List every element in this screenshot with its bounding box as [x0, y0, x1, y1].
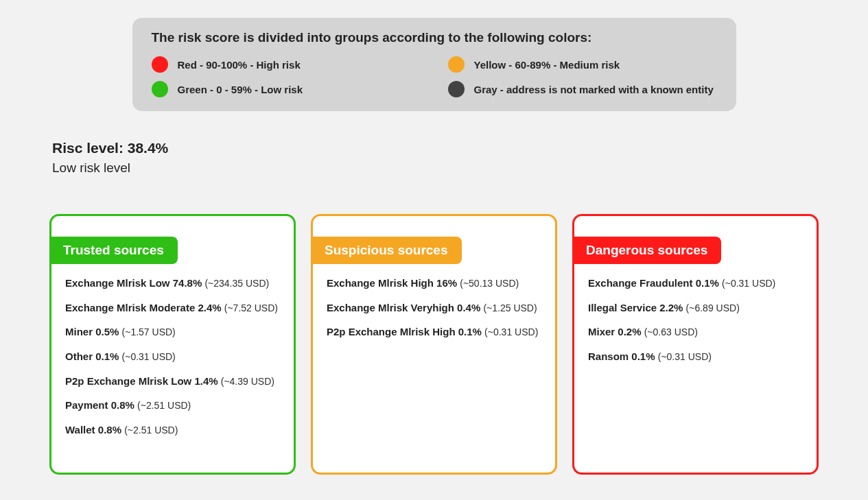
- card-title: Suspicious sources: [311, 237, 462, 264]
- source-item-main: Exchange Mlrisk High 16%: [327, 277, 457, 289]
- source-item-main: Exchange Mlrisk Low 74.8%: [65, 277, 202, 289]
- source-card: Suspicious sourcesExchange Mlrisk High 1…: [311, 214, 557, 475]
- risk-label: Low risk level: [52, 160, 819, 176]
- legend-grid: Red - 90-100% - High riskYellow - 60-89%…: [152, 56, 717, 97]
- source-item: Exchange Mlrisk Moderate 2.4% (~7.52 USD…: [65, 300, 280, 316]
- source-item: Exchange Fraudulent 0.1% (~0.31 USD): [588, 275, 803, 291]
- source-item-main: Mixer 0.2%: [588, 326, 642, 337]
- legend-item-text: Red - 90-100% - High risk: [178, 59, 301, 71]
- source-item: Miner 0.5% (~1.57 USD): [65, 324, 280, 340]
- source-item-main: Wallet 0.8%: [65, 424, 121, 436]
- source-item: Wallet 0.8% (~2.51 USD): [65, 422, 280, 438]
- source-item: Illegal Service 2.2% (~6.89 USD): [588, 300, 803, 316]
- source-item-usd: (~7.52 USD): [224, 302, 278, 313]
- source-item-main: Other 0.1%: [65, 350, 119, 362]
- card-body: Exchange Mlrisk Low 74.8% (~234.35 USD)E…: [65, 275, 280, 438]
- legend-item: Green - 0 - 59% - Low risk: [152, 81, 421, 97]
- risk-block: Risc level: 38.4% Low risk level: [52, 140, 819, 176]
- color-swatch-icon: [448, 56, 465, 73]
- legend-item: Gray - address is not marked with a know…: [448, 81, 717, 97]
- source-item-usd: (~1.57 USD): [122, 326, 176, 337]
- source-item-usd: (~50.13 USD): [460, 278, 519, 289]
- legend-item: Yellow - 60-89% - Medium risk: [448, 56, 717, 73]
- source-item-main: P2p Exchange Mlrisk Low 1.4%: [65, 375, 218, 387]
- color-swatch-icon: [448, 81, 465, 97]
- source-item: Exchange Mlrisk Low 74.8% (~234.35 USD): [65, 275, 280, 291]
- color-swatch-icon: [152, 81, 168, 97]
- source-item-usd: (~234.35 USD): [204, 278, 269, 289]
- source-item: Payment 0.8% (~2.51 USD): [65, 397, 280, 414]
- source-item-usd: (~0.63 USD): [644, 326, 698, 337]
- source-item-usd: (~0.31 USD): [122, 351, 176, 362]
- card-body: Exchange Fraudulent 0.1% (~0.31 USD)Ille…: [588, 275, 803, 365]
- source-item-usd: (~2.51 USD): [124, 425, 178, 436]
- source-item: Exchange Mlrisk Veryhigh 0.4% (~1.25 USD…: [327, 300, 541, 316]
- card-body: Exchange Mlrisk High 16% (~50.13 USD)Exc…: [327, 275, 541, 340]
- source-item: Exchange Mlrisk High 16% (~50.13 USD): [327, 275, 541, 291]
- legend-box: The risk score is divided into groups ac…: [132, 18, 736, 111]
- source-item-main: Miner 0.5%: [65, 326, 119, 337]
- source-item: Other 0.1% (~0.31 USD): [65, 348, 280, 365]
- source-item-usd: (~2.51 USD): [137, 400, 191, 411]
- legend-item-text: Gray - address is not marked with a know…: [474, 84, 714, 95]
- source-item-usd: (~1.25 USD): [483, 302, 537, 313]
- source-item: P2p Exchange Mlrisk Low 1.4% (~4.39 USD): [65, 373, 280, 390]
- source-item-usd: (~6.89 USD): [686, 302, 740, 313]
- source-item: P2p Exchange Mlrisk High 0.1% (~0.31 USD…: [327, 324, 541, 340]
- source-item-main: Exchange Mlrisk Moderate 2.4%: [65, 302, 222, 313]
- source-item-usd: (~0.31 USD): [658, 351, 712, 362]
- source-item-main: Exchange Fraudulent 0.1%: [588, 277, 719, 289]
- source-item-main: Exchange Mlrisk Veryhigh 0.4%: [327, 302, 480, 313]
- risk-level: Risc level: 38.4%: [52, 140, 819, 156]
- legend-item-text: Green - 0 - 59% - Low risk: [178, 84, 303, 95]
- source-item: Ransom 0.1% (~0.31 USD): [588, 348, 803, 365]
- source-item-usd: (~4.39 USD): [221, 376, 274, 387]
- card-title: Trusted sources: [49, 237, 178, 264]
- legend-item-text: Yellow - 60-89% - Medium risk: [474, 59, 620, 71]
- cards-row: Trusted sourcesExchange Mlrisk Low 74.8%…: [49, 214, 819, 475]
- source-item-main: Payment 0.8%: [65, 399, 134, 411]
- source-item-main: P2p Exchange Mlrisk High 0.1%: [327, 326, 482, 337]
- source-card: Trusted sourcesExchange Mlrisk Low 74.8%…: [49, 214, 296, 475]
- card-title: Dangerous sources: [572, 237, 721, 264]
- legend-title: The risk score is divided into groups ac…: [152, 30, 717, 45]
- source-item-main: Illegal Service 2.2%: [588, 302, 683, 313]
- source-item: Mixer 0.2% (~0.63 USD): [588, 324, 803, 340]
- source-item-usd: (~0.31 USD): [722, 278, 775, 289]
- source-card: Dangerous sourcesExchange Fraudulent 0.1…: [572, 214, 819, 475]
- source-item-main: Ransom 0.1%: [588, 350, 655, 362]
- legend-item: Red - 90-100% - High risk: [152, 56, 421, 73]
- color-swatch-icon: [152, 56, 168, 73]
- source-item-usd: (~0.31 USD): [484, 326, 538, 337]
